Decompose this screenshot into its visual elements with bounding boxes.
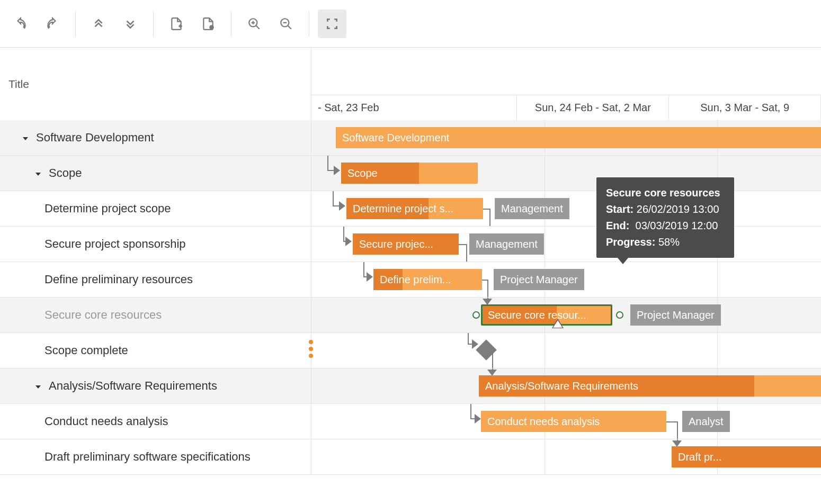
gantt-bar[interactable]: Determine project s... [346,198,483,219]
expand-all-button[interactable] [116,10,145,38]
gantt-cell[interactable]: Secure core resour... Project Manager [311,298,821,332]
task-row[interactable]: Conduct needs analysis [0,404,311,439]
toolbar-separator [153,11,154,37]
redo-icon [46,17,59,31]
timeline-cell[interactable]: Sun, 24 Feb - Sat, 2 Mar [517,95,669,120]
task-title: Secure project sponsorship [44,237,186,251]
gantt-cell[interactable]: Software Development [311,120,821,155]
file-remove-icon [201,17,215,31]
zoom-in-icon [247,17,261,31]
svg-point-0 [209,25,214,30]
collapse-all-button[interactable] [84,10,113,38]
chevrons-down-icon [123,17,137,31]
resource-tag: Management [469,233,544,255]
gantt-cell[interactable]: Analysis/Software Requirements [311,368,821,403]
resource-tag: Project Manager [630,304,721,326]
gantt-bar[interactable]: Secure projec... [353,233,459,255]
task-title: Software Development [36,131,154,145]
gantt-cell[interactable]: Scope [311,156,821,191]
gantt-bar[interactable]: Define prelim... [373,269,482,290]
task-tooltip: Secure core resources Start: 26/02/2019 … [596,177,734,258]
caret-down-icon[interactable] [34,382,42,390]
task-title: Define preliminary resources [44,273,193,286]
timeline-header: - Sat, 23 Feb Sun, 24 Feb - Sat, 2 Mar S… [311,48,821,120]
gantt-bar[interactable]: Draft pr... [672,446,821,467]
caret-down-icon[interactable] [34,169,42,177]
delete-task-button[interactable] [194,10,222,38]
task-row[interactable]: Scope complete [0,333,311,368]
task-row[interactable]: Secure core resources [0,298,311,332]
task-row[interactable]: Secure project sponsorship [0,227,311,262]
gantt-bar[interactable]: Conduct needs analysis [481,411,666,432]
gantt-cell[interactable]: Conduct needs analysis Analyst [311,404,821,439]
task-title: Draft preliminary software specification… [44,450,251,464]
toolbar-separator [309,11,309,37]
task-row[interactable]: Draft preliminary software specification… [0,439,311,474]
bar-handle-left[interactable] [472,311,480,319]
gantt-bar-selected[interactable]: Secure core resour... [481,304,612,326]
task-row[interactable]: Scope [0,156,311,191]
gantt-bar[interactable]: Analysis/Software Requirements [479,375,821,397]
timeline-cell[interactable]: Sun, 3 Mar - Sat, 9 [669,95,821,120]
column-header-label: Title [8,78,29,91]
resource-tag: Project Manager [494,269,584,290]
gantt-bar[interactable]: Software Development [336,127,821,148]
task-row[interactable]: Analysis/Software Requirements [0,368,311,403]
milestone-diamond[interactable] [476,339,497,361]
dep [489,209,490,226]
resource-tag: Management [495,198,569,219]
fullscreen-button[interactable] [318,10,346,38]
file-plus-icon [169,17,183,31]
task-title: Determine project scope [44,202,171,215]
caret-down-icon[interactable] [21,133,30,142]
task-title: Analysis/Software Requirements [49,379,217,393]
column-header-title[interactable]: Title [0,48,311,120]
timeline-cell[interactable]: - Sat, 23 Feb [311,95,517,120]
task-row[interactable]: Define preliminary resources [0,262,311,297]
gantt-cell[interactable]: Determine project s... Management [311,191,821,226]
task-title: Scope [49,166,82,180]
task-title: Secure core resources [44,308,162,322]
resource-tag: Analyst [682,411,730,432]
task-row[interactable]: Determine project scope [0,191,311,226]
toolbar-separator [231,11,231,37]
gantt-cell[interactable]: Draft pr... [311,439,821,474]
fullscreen-icon [325,17,339,31]
chevrons-up-icon [92,17,105,31]
gantt-cell[interactable]: Secure projec... Management [311,227,821,262]
splitter-handle[interactable] [309,340,314,358]
gantt-grid: Title - Sat, 23 Feb Sun, 24 Feb - Sat, 2… [0,48,821,475]
task-row[interactable]: Software Development [0,120,311,155]
gantt-cell[interactable] [311,333,821,368]
redo-button[interactable] [38,10,67,38]
undo-icon [14,17,28,31]
add-task-button[interactable] [162,10,191,38]
zoom-in-button[interactable] [240,10,269,38]
zoom-out-button[interactable] [272,10,300,38]
gantt-cell[interactable]: Define prelim... Project Manager [311,262,821,297]
zoom-out-icon [279,17,293,31]
task-title: Conduct needs analysis [44,415,168,428]
bar-handle-right[interactable] [616,311,623,319]
task-title: Scope complete [44,344,128,357]
toolbar-separator [75,11,76,37]
toolbar [0,0,821,48]
undo-button[interactable] [6,10,35,38]
gantt-bar[interactable]: Scope [341,163,478,184]
